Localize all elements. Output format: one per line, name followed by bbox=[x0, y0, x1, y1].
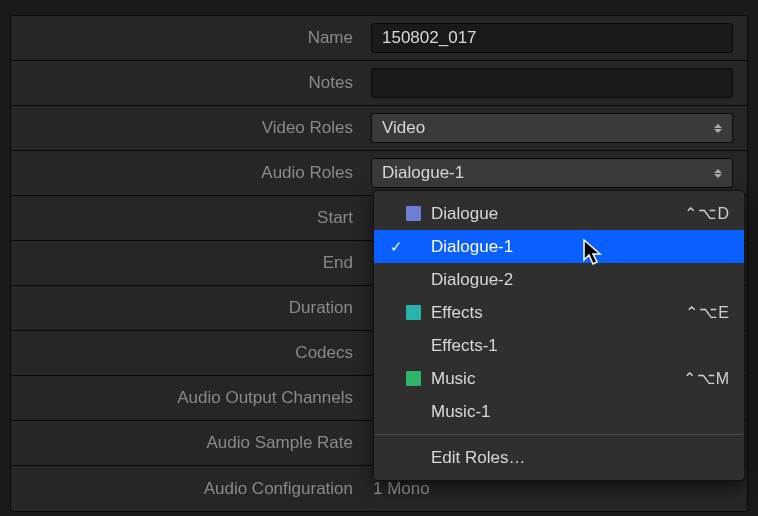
audio-roles-menu: Dialogue⌃⌥D✓Dialogue-1Dialogue-2Effects⌃… bbox=[373, 190, 745, 481]
video-roles-dropdown[interactable]: Video bbox=[371, 113, 733, 143]
label-video-roles: Video Roles bbox=[11, 118, 371, 138]
audio-roles-value: Dialogue-1 bbox=[382, 163, 464, 183]
label-end: End bbox=[11, 253, 371, 273]
shortcut-label: ⌃⌥E bbox=[685, 303, 730, 322]
menu-item-music-1[interactable]: Music-1 bbox=[374, 395, 744, 428]
shortcut-label: ⌃⌥M bbox=[683, 369, 730, 388]
label-sample-rate: Audio Sample Rate bbox=[11, 433, 371, 453]
label-start: Start bbox=[11, 208, 371, 228]
menu-item-edit-roles[interactable]: Edit Roles… bbox=[374, 441, 744, 474]
name-input[interactable] bbox=[371, 23, 733, 53]
menu-item-label: Dialogue-2 bbox=[431, 270, 730, 290]
label-notes: Notes bbox=[11, 73, 371, 93]
menu-item-label: Music bbox=[431, 369, 683, 389]
chevron-updown-icon bbox=[714, 124, 722, 133]
menu-item-dialogue-1[interactable]: ✓Dialogue-1 bbox=[374, 230, 744, 263]
label-name: Name bbox=[11, 28, 371, 48]
audio-config-value: 1 Mono bbox=[371, 479, 430, 499]
menu-item-dialogue[interactable]: Dialogue⌃⌥D bbox=[374, 197, 744, 230]
menu-item-effects[interactable]: Effects⌃⌥E bbox=[374, 296, 744, 329]
menu-separator bbox=[375, 434, 743, 435]
color-swatch bbox=[406, 371, 421, 386]
row-name: Name bbox=[11, 16, 747, 61]
menu-item-effects-1[interactable]: Effects-1 bbox=[374, 329, 744, 362]
menu-item-music[interactable]: Music⌃⌥M bbox=[374, 362, 744, 395]
chevron-updown-icon bbox=[714, 169, 722, 178]
menu-item-dialogue-2[interactable]: Dialogue-2 bbox=[374, 263, 744, 296]
color-swatch bbox=[406, 206, 421, 221]
menu-item-label: Effects bbox=[431, 303, 685, 323]
video-roles-value: Video bbox=[382, 118, 425, 138]
check-icon: ✓ bbox=[386, 238, 406, 256]
label-codecs: Codecs bbox=[11, 343, 371, 363]
label-audio-roles: Audio Roles bbox=[11, 163, 371, 183]
menu-item-label: Music-1 bbox=[431, 402, 730, 422]
label-audio-output: Audio Output Channels bbox=[11, 388, 371, 408]
notes-input[interactable] bbox=[371, 68, 733, 98]
audio-roles-dropdown[interactable]: Dialogue-1 bbox=[371, 158, 733, 188]
menu-item-label: Dialogue bbox=[431, 204, 684, 224]
label-duration: Duration bbox=[11, 298, 371, 318]
menu-item-label: Dialogue-1 bbox=[431, 237, 730, 257]
label-audio-config: Audio Configuration bbox=[11, 479, 371, 499]
row-notes: Notes bbox=[11, 61, 747, 106]
row-video-roles: Video Roles Video bbox=[11, 106, 747, 151]
menu-item-label: Effects-1 bbox=[431, 336, 730, 356]
shortcut-label: ⌃⌥D bbox=[684, 204, 730, 223]
color-swatch bbox=[406, 305, 421, 320]
